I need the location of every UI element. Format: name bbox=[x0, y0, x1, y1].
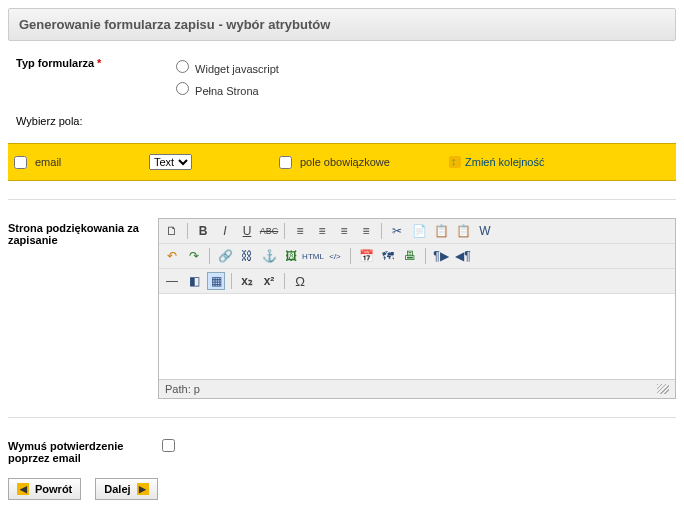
separator bbox=[231, 273, 232, 289]
back-button-label: Powrót bbox=[35, 483, 72, 495]
field-type-select[interactable]: Text bbox=[149, 154, 192, 170]
radio-fullpage-label: Pełna Strona bbox=[195, 85, 259, 97]
page-title: Generowanie formularza zapisu - wybór at… bbox=[8, 8, 676, 41]
confirm-email-checkbox[interactable] bbox=[162, 439, 175, 452]
align-left-icon[interactable]: ≡ bbox=[291, 222, 309, 240]
arrow-left-icon: ◀ bbox=[17, 483, 29, 495]
separator bbox=[350, 248, 351, 264]
radio-fullpage[interactable]: Pełna Strona bbox=[171, 79, 279, 97]
code-icon[interactable]: </> bbox=[326, 247, 344, 265]
image-icon[interactable]: 🖼 bbox=[282, 247, 300, 265]
back-button[interactable]: ◀ Powrót bbox=[8, 478, 81, 500]
field-email-label: email bbox=[35, 156, 61, 168]
rtl-icon[interactable]: ◀¶ bbox=[454, 247, 472, 265]
bold-icon[interactable]: B bbox=[194, 222, 212, 240]
separator bbox=[187, 223, 188, 239]
align-justify-icon[interactable]: ≡ bbox=[357, 222, 375, 240]
separator bbox=[381, 223, 382, 239]
editor-status-bar: Path: p bbox=[159, 379, 675, 398]
html-icon[interactable]: HTML bbox=[304, 247, 322, 265]
special-char-icon[interactable]: Ω bbox=[291, 272, 309, 290]
separator bbox=[425, 248, 426, 264]
next-button-label: Dalej bbox=[104, 483, 130, 495]
ltr-icon[interactable]: ¶▶ bbox=[432, 247, 450, 265]
italic-icon[interactable]: I bbox=[216, 222, 234, 240]
align-right-icon[interactable]: ≡ bbox=[335, 222, 353, 240]
print-icon[interactable]: 🖶 bbox=[401, 247, 419, 265]
field-mandatory-label: pole obowiązkowe bbox=[300, 156, 390, 168]
divider bbox=[8, 417, 676, 418]
redo-icon[interactable]: ↷ bbox=[185, 247, 203, 265]
align-center-icon[interactable]: ≡ bbox=[313, 222, 331, 240]
confirm-email-label: Wymuś potwierdzenie poprzez email bbox=[8, 436, 158, 464]
toolbar-row-2: ↶ ↷ 🔗 ⛓ ⚓ 🖼 HTML </> 📅 🗺 🖶 ¶▶ ◀¶ bbox=[159, 244, 675, 269]
editor-content-area[interactable] bbox=[159, 294, 675, 379]
superscript-icon[interactable]: x² bbox=[260, 272, 278, 290]
resize-handle-icon[interactable] bbox=[657, 384, 669, 394]
thank-you-label: Strona podziękowania za zapisanie bbox=[8, 218, 158, 399]
toolbar-row-3: — ◧ ▦ x₂ x² Ω bbox=[159, 269, 675, 294]
next-button[interactable]: Dalej ▶ bbox=[95, 478, 157, 500]
form-type-label: Typ formularza bbox=[16, 57, 94, 69]
date-icon[interactable]: 📅 bbox=[357, 247, 375, 265]
copy-icon[interactable]: 📄 bbox=[410, 222, 428, 240]
separator bbox=[209, 248, 210, 264]
link-icon[interactable]: 🔗 bbox=[216, 247, 234, 265]
editor-path: Path: p bbox=[165, 383, 200, 395]
unlink-icon[interactable]: ⛓ bbox=[238, 247, 256, 265]
fields-section-title: Wybierz pola: bbox=[16, 115, 668, 127]
rich-text-editor: 🗋 B I U ABC ≡ ≡ ≡ ≡ ✂ 📄 📋 📋 W ↶ ↷ 🔗 ⛓ ⚓ … bbox=[158, 218, 676, 399]
separator bbox=[284, 223, 285, 239]
cut-icon[interactable]: ✂ bbox=[388, 222, 406, 240]
map-icon[interactable]: 🗺 bbox=[379, 247, 397, 265]
hr-icon[interactable]: — bbox=[163, 272, 181, 290]
field-mandatory-checkbox[interactable] bbox=[279, 156, 292, 169]
radio-widget[interactable]: Widget javascript bbox=[171, 57, 279, 75]
required-marker: * bbox=[97, 57, 101, 69]
divider bbox=[8, 199, 676, 200]
arrow-right-icon: ▶ bbox=[137, 483, 149, 495]
radio-widget-label: Widget javascript bbox=[195, 63, 279, 75]
table-icon[interactable]: ▦ bbox=[207, 272, 225, 290]
field-email-checkbox[interactable] bbox=[14, 156, 27, 169]
separator bbox=[284, 273, 285, 289]
paste-word-icon[interactable]: W bbox=[476, 222, 494, 240]
paste-text-icon[interactable]: 📋 bbox=[454, 222, 472, 240]
field-row: email Text pole obowiązkowe Zmień kolejn… bbox=[8, 143, 676, 181]
strikethrough-icon[interactable]: ABC bbox=[260, 222, 278, 240]
anchor-icon[interactable]: ⚓ bbox=[260, 247, 278, 265]
form-type-row: Typ formularza * Widget javascript Pełna… bbox=[16, 57, 668, 101]
underline-icon[interactable]: U bbox=[238, 222, 256, 240]
radio-widget-input[interactable] bbox=[176, 60, 189, 73]
radio-fullpage-input[interactable] bbox=[176, 82, 189, 95]
erase-icon[interactable]: ◧ bbox=[185, 272, 203, 290]
reorder-link[interactable]: Zmień kolejność bbox=[449, 156, 544, 168]
subscript-icon[interactable]: x₂ bbox=[238, 272, 256, 290]
reorder-icon bbox=[449, 156, 461, 168]
undo-icon[interactable]: ↶ bbox=[163, 247, 181, 265]
reorder-label: Zmień kolejność bbox=[465, 156, 544, 168]
toolbar-row-1: 🗋 B I U ABC ≡ ≡ ≡ ≡ ✂ 📄 📋 📋 W bbox=[159, 219, 675, 244]
newdoc-icon[interactable]: 🗋 bbox=[163, 222, 181, 240]
paste-icon[interactable]: 📋 bbox=[432, 222, 450, 240]
